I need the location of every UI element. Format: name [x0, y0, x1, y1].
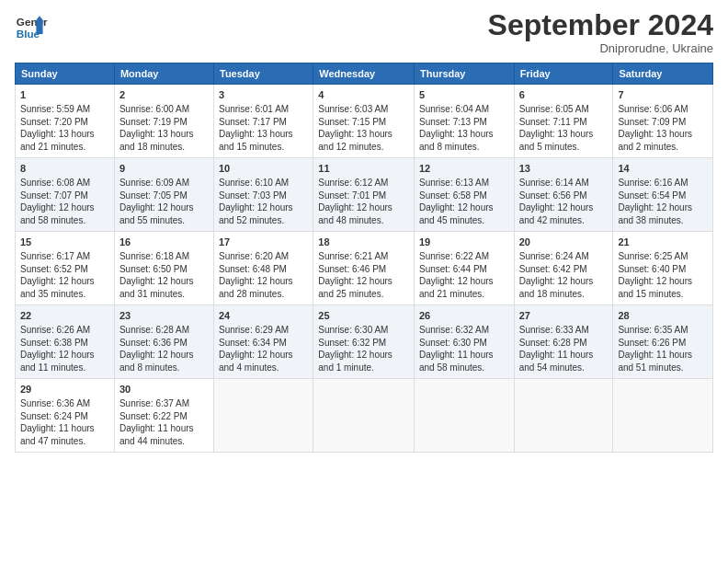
col-tuesday: Tuesday — [214, 63, 313, 85]
day-number: 21 — [618, 236, 708, 249]
day-number: 4 — [318, 88, 409, 102]
calendar-day-cell: 7Sunrise: 6:06 AMSunset: 7:09 PMDaylight… — [613, 85, 713, 158]
calendar-day-cell: 8Sunrise: 6:08 AMSunset: 7:07 PMDaylight… — [16, 158, 115, 232]
calendar-day-cell: 12Sunrise: 6:13 AMSunset: 6:58 PMDayligh… — [414, 158, 514, 232]
calendar-day-cell: 4Sunrise: 6:03 AMSunset: 7:15 PMDaylight… — [313, 85, 415, 158]
day-number: 7 — [618, 88, 708, 102]
day-number: 17 — [219, 236, 308, 249]
calendar-week-row: 8Sunrise: 6:08 AMSunset: 7:07 PMDaylight… — [16, 158, 713, 232]
day-number: 14 — [618, 162, 708, 176]
calendar-day-cell: 30Sunrise: 6:37 AMSunset: 6:22 PMDayligh… — [114, 379, 213, 453]
calendar-week-row: 1Sunrise: 5:59 AMSunset: 7:20 PMDaylight… — [16, 85, 713, 158]
col-wednesday: Wednesday — [313, 63, 415, 85]
calendar-header-row: Sunday Monday Tuesday Wednesday Thursday… — [16, 63, 713, 85]
day-number: 2 — [119, 88, 209, 102]
calendar-empty-cell — [613, 379, 713, 453]
calendar-empty-cell — [414, 379, 514, 453]
col-thursday: Thursday — [414, 63, 514, 85]
day-number: 11 — [318, 162, 409, 176]
calendar-week-row: 15Sunrise: 6:17 AMSunset: 6:52 PMDayligh… — [16, 232, 713, 305]
day-number: 12 — [419, 162, 509, 176]
day-number: 29 — [20, 383, 109, 396]
calendar-day-cell: 13Sunrise: 6:14 AMSunset: 6:56 PMDayligh… — [514, 158, 613, 232]
day-number: 15 — [20, 236, 109, 249]
calendar-day-cell: 14Sunrise: 6:16 AMSunset: 6:54 PMDayligh… — [613, 158, 713, 232]
col-friday: Friday — [514, 63, 613, 85]
day-number: 5 — [419, 88, 509, 102]
calendar-day-cell: 29Sunrise: 6:36 AMSunset: 6:24 PMDayligh… — [16, 379, 115, 453]
col-monday: Monday — [114, 63, 213, 85]
calendar-day-cell: 18Sunrise: 6:21 AMSunset: 6:46 PMDayligh… — [313, 232, 415, 305]
day-number: 13 — [519, 162, 609, 176]
calendar-day-cell: 27Sunrise: 6:33 AMSunset: 6:28 PMDayligh… — [514, 305, 613, 379]
calendar-day-cell: 17Sunrise: 6:20 AMSunset: 6:48 PMDayligh… — [214, 232, 313, 305]
calendar-day-cell: 9Sunrise: 6:09 AMSunset: 7:05 PMDaylight… — [114, 158, 213, 232]
day-number: 6 — [519, 88, 609, 102]
header: General Blue September 2024 Dniprorudne,… — [15, 9, 713, 55]
day-number: 22 — [20, 309, 109, 323]
calendar-empty-cell — [514, 379, 613, 453]
logo: General Blue — [15, 9, 48, 42]
calendar-day-cell: 5Sunrise: 6:04 AMSunset: 7:13 PMDaylight… — [414, 85, 514, 158]
col-saturday: Saturday — [613, 63, 713, 85]
svg-text:General: General — [17, 16, 48, 28]
calendar-day-cell: 20Sunrise: 6:24 AMSunset: 6:42 PMDayligh… — [514, 232, 613, 305]
calendar-day-cell: 15Sunrise: 6:17 AMSunset: 6:52 PMDayligh… — [16, 232, 115, 305]
title-block: September 2024 Dniprorudne, Ukraine — [488, 9, 713, 55]
calendar-day-cell: 16Sunrise: 6:18 AMSunset: 6:50 PMDayligh… — [114, 232, 213, 305]
day-number: 25 — [318, 309, 409, 323]
calendar-day-cell: 26Sunrise: 6:32 AMSunset: 6:30 PMDayligh… — [414, 305, 514, 379]
calendar-day-cell: 2Sunrise: 6:00 AMSunset: 7:19 PMDaylight… — [114, 85, 213, 158]
day-number: 19 — [419, 236, 509, 249]
day-number: 16 — [119, 236, 209, 249]
calendar-table: Sunday Monday Tuesday Wednesday Thursday… — [15, 63, 713, 453]
calendar-day-cell: 23Sunrise: 6:28 AMSunset: 6:36 PMDayligh… — [114, 305, 213, 379]
calendar-week-row: 22Sunrise: 6:26 AMSunset: 6:38 PMDayligh… — [16, 305, 713, 379]
day-number: 20 — [519, 236, 609, 249]
calendar-day-cell: 1Sunrise: 5:59 AMSunset: 7:20 PMDaylight… — [16, 85, 115, 158]
day-number: 18 — [318, 236, 409, 249]
calendar-day-cell: 28Sunrise: 6:35 AMSunset: 6:26 PMDayligh… — [613, 305, 713, 379]
calendar-empty-cell — [214, 379, 313, 453]
calendar-day-cell: 10Sunrise: 6:10 AMSunset: 7:03 PMDayligh… — [214, 158, 313, 232]
day-number: 30 — [119, 383, 209, 396]
day-number: 1 — [20, 88, 109, 102]
calendar-day-cell: 22Sunrise: 6:26 AMSunset: 6:38 PMDayligh… — [16, 305, 115, 379]
col-sunday: Sunday — [16, 63, 115, 85]
day-number: 3 — [219, 88, 308, 102]
calendar-day-cell: 11Sunrise: 6:12 AMSunset: 7:01 PMDayligh… — [313, 158, 415, 232]
calendar-day-cell: 25Sunrise: 6:30 AMSunset: 6:32 PMDayligh… — [313, 305, 415, 379]
calendar-day-cell: 3Sunrise: 6:01 AMSunset: 7:17 PMDaylight… — [214, 85, 313, 158]
day-number: 26 — [419, 309, 509, 323]
day-number: 28 — [618, 309, 708, 323]
calendar-day-cell: 19Sunrise: 6:22 AMSunset: 6:44 PMDayligh… — [414, 232, 514, 305]
calendar-day-cell: 21Sunrise: 6:25 AMSunset: 6:40 PMDayligh… — [613, 232, 713, 305]
logo-icon: General Blue — [15, 9, 48, 42]
calendar-week-row: 29Sunrise: 6:36 AMSunset: 6:24 PMDayligh… — [16, 379, 713, 453]
day-number: 24 — [219, 309, 308, 323]
day-number: 10 — [219, 162, 308, 176]
day-number: 9 — [119, 162, 209, 176]
location: Dniprorudne, Ukraine — [488, 41, 713, 55]
calendar-empty-cell — [313, 379, 415, 453]
day-number: 23 — [119, 309, 209, 323]
day-number: 27 — [519, 309, 609, 323]
month-title: September 2024 — [488, 9, 713, 41]
day-number: 8 — [20, 162, 109, 176]
page: General Blue September 2024 Dniprorudne,… — [0, 0, 728, 563]
calendar-day-cell: 24Sunrise: 6:29 AMSunset: 6:34 PMDayligh… — [214, 305, 313, 379]
calendar-day-cell: 6Sunrise: 6:05 AMSunset: 7:11 PMDaylight… — [514, 85, 613, 158]
